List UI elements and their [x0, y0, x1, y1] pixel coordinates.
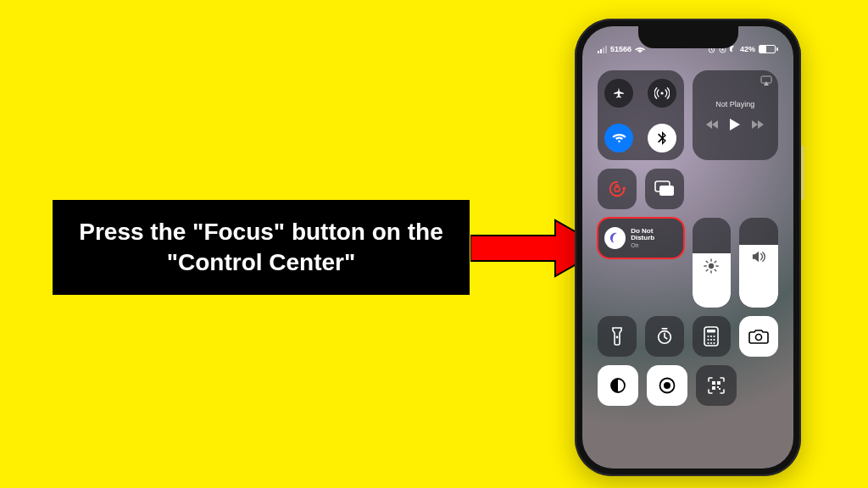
svg-rect-42 — [712, 381, 715, 385]
svg-point-33 — [710, 339, 712, 341]
svg-line-21 — [707, 262, 709, 263]
screen-mirroring-tile[interactable] — [645, 169, 684, 209]
play-icon[interactable] — [730, 119, 740, 130]
svg-point-37 — [714, 342, 715, 344]
control-center: Not Playing — [598, 70, 778, 453]
timer-tile[interactable] — [645, 316, 684, 357]
bluetooth-button[interactable] — [648, 124, 676, 152]
calculator-tile[interactable] — [693, 316, 732, 357]
media-controls — [706, 119, 764, 130]
volume-icon — [751, 250, 766, 263]
svg-rect-46 — [719, 388, 721, 390]
focus-subtitle: On — [631, 242, 677, 248]
svg-marker-12 — [621, 186, 626, 189]
svg-rect-28 — [707, 330, 715, 333]
svg-line-22 — [715, 270, 717, 272]
svg-line-23 — [707, 270, 709, 272]
moon-status-icon — [730, 46, 737, 53]
svg-marker-11 — [758, 120, 764, 129]
carrier-label: 51566 — [610, 45, 632, 53]
volume-slider[interactable] — [739, 218, 778, 308]
svg-rect-13 — [615, 187, 620, 191]
qr-scanner-tile[interactable] — [696, 365, 737, 406]
svg-point-36 — [710, 342, 712, 344]
wifi-button[interactable] — [604, 124, 633, 152]
phone-screen: 51566 42% — [582, 26, 793, 469]
svg-point-16 — [709, 263, 714, 269]
airplane-mode-button[interactable] — [604, 79, 633, 108]
instruction-text: Press the "Focus" button on the "Control… — [53, 200, 470, 295]
svg-rect-3 — [721, 48, 723, 50]
wifi-icon — [635, 46, 645, 53]
focus-title: Do Not Disturb — [631, 228, 677, 242]
signal-bars-icon — [598, 46, 607, 53]
svg-point-38 — [756, 335, 762, 341]
camera-tile[interactable] — [739, 316, 778, 357]
svg-point-29 — [708, 336, 709, 337]
svg-line-24 — [715, 262, 717, 263]
svg-point-30 — [710, 336, 712, 337]
brightness-slider[interactable] — [693, 218, 732, 308]
svg-point-34 — [714, 339, 715, 341]
screen-record-tile[interactable] — [647, 365, 687, 406]
svg-marker-8 — [706, 120, 712, 129]
tutorial-slide: Press the "Focus" button on the "Control… — [0, 0, 868, 488]
connectivity-tile[interactable] — [598, 70, 684, 160]
svg-rect-45 — [717, 386, 719, 388]
prev-track-icon[interactable] — [706, 120, 718, 129]
svg-point-35 — [708, 342, 709, 344]
side-button — [801, 146, 804, 200]
media-tile[interactable]: Not Playing — [693, 70, 779, 160]
battery-icon — [759, 45, 778, 53]
iphone-frame: 51566 42% — [575, 19, 801, 476]
focus-button[interactable]: Do Not Disturb On — [598, 218, 684, 258]
flashlight-tile[interactable] — [598, 316, 637, 357]
moon-icon — [604, 227, 626, 249]
cellular-data-button[interactable] — [648, 79, 676, 108]
battery-percent: 42% — [740, 45, 755, 53]
airplay-icon — [760, 75, 772, 86]
svg-marker-9 — [730, 119, 740, 130]
svg-point-4 — [661, 92, 664, 94]
next-track-icon[interactable] — [752, 120, 764, 129]
orientation-lock-tile[interactable] — [598, 169, 637, 209]
svg-marker-10 — [752, 120, 758, 129]
svg-rect-15 — [659, 186, 674, 196]
svg-marker-7 — [712, 120, 718, 129]
svg-rect-44 — [712, 386, 715, 390]
svg-point-41 — [664, 382, 670, 389]
svg-point-25 — [615, 336, 618, 339]
spacer — [693, 169, 778, 209]
svg-rect-43 — [717, 381, 721, 385]
brightness-icon — [704, 258, 719, 274]
svg-point-32 — [708, 339, 709, 341]
dark-mode-tile[interactable] — [598, 365, 638, 406]
notch — [638, 26, 738, 48]
media-label: Not Playing — [715, 100, 754, 108]
svg-point-31 — [714, 336, 715, 337]
